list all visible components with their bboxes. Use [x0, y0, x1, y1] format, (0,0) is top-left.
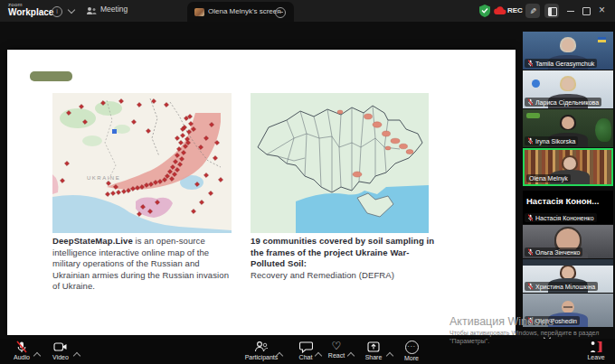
participant-name-label: Лариса Сідельникова: [525, 98, 601, 107]
muted-mic-icon: [527, 248, 534, 256]
participant-display-name: Настасія Конон...: [526, 196, 599, 206]
participant-tile-6[interactable]: Ольга Зінченко: [523, 225, 613, 258]
glasses-icon: [563, 306, 572, 308]
stop-share-icon[interactable]: [275, 7, 286, 18]
watermark-line1: Чтобы активировать Windows, перейдите в …: [449, 330, 599, 336]
participant-tile-3[interactable]: Iryna Sikorska: [523, 109, 613, 147]
deepstatemap-image: UKRAINE: [52, 93, 232, 233]
participant-name-label: Христина Мілошкіна: [525, 282, 598, 291]
leave-label: Leave: [587, 354, 604, 360]
person-head: [563, 157, 576, 170]
share-screen-icon: [367, 341, 380, 353]
tab-shared-screen[interactable]: Olena Melnyk's screen: [187, 2, 294, 22]
windows-activation-watermark: Активация Windows Чтобы активировать Win…: [449, 315, 599, 344]
video-label: Video: [52, 354, 69, 360]
participant-name-label: Olena Melnyk: [526, 174, 571, 182]
participants-strip: Tamila GerasymchukЛариса СідельниковаIry…: [523, 0, 613, 364]
participant-name-label: Ольга Зінченко: [525, 247, 582, 257]
share-label: Share: [365, 354, 383, 360]
workplace-logo: Workplace: [8, 7, 53, 17]
slide-title-pill: [30, 71, 72, 81]
deepstatemap-caption-bold: DeepStateMap.Live: [52, 236, 133, 246]
green-logo-badge: [526, 113, 540, 118]
watermark-line2: "Параметры".: [449, 338, 599, 344]
participant-name-label: Tamila Gerasymchuk: [525, 59, 597, 68]
audio-options-chevron[interactable]: [34, 346, 40, 362]
plant-decor: [595, 118, 611, 142]
sampling-caption: 19 communities covered by soil sampling …: [251, 236, 435, 281]
participants-icon: [254, 341, 269, 353]
ukraine-flag: [598, 37, 606, 42]
sampling-caption-bold: 19 communities covered by soil sampling …: [251, 236, 435, 270]
participants-options-chevron[interactable]: [277, 346, 282, 362]
muted-mic-icon: [527, 283, 534, 290]
participant-tile-5[interactable]: Настасія Конон...Настасія Кононенко: [523, 191, 613, 224]
video-camera-icon: [53, 341, 68, 353]
mic-muted-icon: [15, 341, 28, 353]
person-head: [562, 39, 574, 51]
participant-tile-4[interactable]: Olena Melnyk: [523, 148, 613, 186]
shared-slide: UKRAINE: [7, 50, 516, 335]
muted-mic-icon: [527, 137, 534, 145]
person-head: [562, 78, 574, 90]
ukraine-label: UKRAINE: [87, 175, 120, 181]
more-label: More: [404, 355, 419, 361]
watermark-title: Активация Windows: [449, 315, 599, 328]
muted-mic-icon: [527, 60, 534, 67]
info-icon[interactable]: [52, 6, 62, 17]
screen-thumbnail-icon: [194, 8, 204, 16]
tab-shared-screen-label: Olena Melnyk's screen: [208, 7, 281, 15]
audio-label: Audio: [14, 354, 30, 360]
muted-mic-icon: [527, 214, 534, 221]
participant-name-label: Настасія Кононенко: [525, 213, 597, 222]
tab-meeting-label: Meeting: [100, 5, 128, 14]
deepstatemap-caption: DeepStateMap.Live is an open-source inte…: [52, 236, 232, 293]
rec-label: REC: [507, 6, 523, 14]
sampling-caption-rest: Recovery and Remediation (DEFRA): [251, 270, 435, 282]
react-label: React: [328, 352, 345, 359]
heart-icon: [332, 341, 342, 351]
meeting-icon: [86, 5, 97, 16]
participants-label: Participants: [245, 354, 279, 360]
ellipsis-icon: [405, 341, 419, 354]
chat-label: Chat: [299, 354, 313, 360]
office-banner: [523, 259, 613, 266]
chevron-down-icon[interactable]: [68, 6, 75, 14]
university-logo: [532, 79, 540, 88]
person-head: [562, 117, 574, 129]
tab-meeting[interactable]: Meeting: [86, 4, 97, 20]
sampling-map-image: [251, 93, 429, 233]
more-button[interactable]: More: [392, 341, 431, 361]
video-options-chevron[interactable]: [74, 346, 80, 362]
person-head: [562, 266, 574, 279]
muted-mic-icon: [527, 98, 534, 106]
participant-tile-1[interactable]: Tamila Gerasymchuk: [523, 32, 613, 70]
participant-tile-2[interactable]: Лариса Сідельникова: [523, 70, 613, 108]
zoom-window: zoom Workplace Meeting Olena Melnyk's sc…: [0, 0, 615, 364]
chat-bubble-icon: [299, 341, 313, 353]
security-shield-icon[interactable]: [479, 5, 490, 17]
cloud-recording-icon: [494, 6, 506, 15]
participant-name-label: Iryna Sikorska: [525, 136, 578, 145]
participant-tile-7[interactable]: Христина Мілошкіна: [523, 259, 613, 293]
